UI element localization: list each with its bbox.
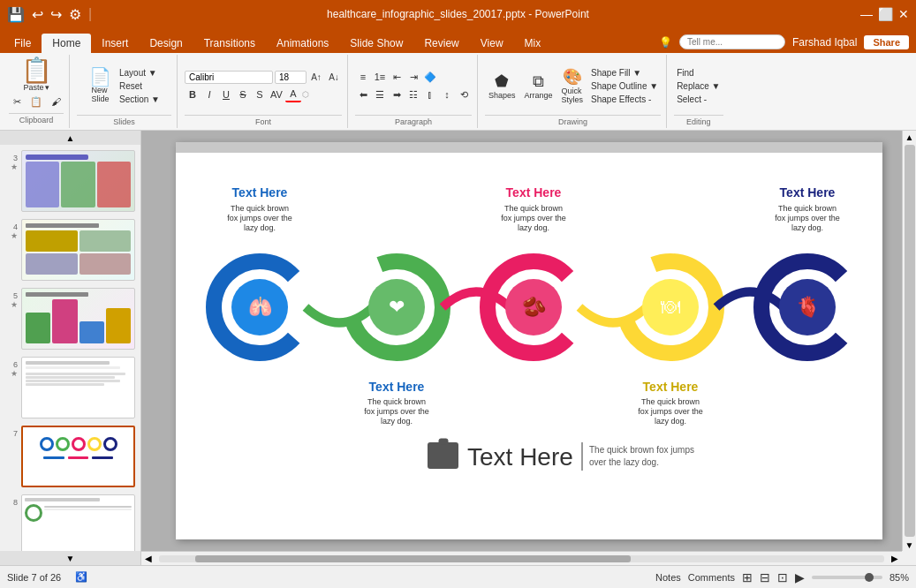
line-spacing-btn[interactable]: ↕ [439, 87, 455, 102]
scroll-up-button[interactable]: ▲ [0, 131, 140, 145]
strikethrough-button[interactable]: S [235, 87, 251, 102]
horizontal-scrollbar[interactable]: ◀ ▶ [141, 551, 902, 565]
reading-view-icon[interactable]: ⊡ [777, 570, 788, 584]
layout-button[interactable]: Layout ▼ [117, 67, 163, 79]
spacing-button[interactable]: AV [269, 87, 284, 102]
tab-review[interactable]: Review [413, 34, 469, 53]
tab-mix[interactable]: Mix [514, 34, 552, 53]
slide-canvas-area[interactable]: ▲ ▼ Text Here The quick brown [141, 131, 916, 551]
font-color-button[interactable]: A [285, 87, 301, 102]
decrease-font-btn[interactable]: A↓ [326, 69, 342, 85]
copy-button[interactable]: 📋 [28, 94, 44, 109]
scroll-up-arrow[interactable]: ▲ [904, 131, 916, 143]
thumb-4[interactable] [21, 219, 135, 281]
columns-btn[interactable]: ⫿ [422, 87, 438, 102]
tab-view[interactable]: View [470, 34, 514, 53]
increase-indent-btn[interactable]: ⇥ [405, 69, 421, 85]
vertical-scrollbar[interactable]: ▲ ▼ [902, 131, 916, 551]
paste-button[interactable]: 📋 [21, 58, 52, 83]
normal-view-icon[interactable]: ⊞ [742, 570, 753, 584]
shape-fill-button[interactable]: Shape Fill ▼ [588, 67, 661, 79]
comments-button[interactable]: Comments [688, 572, 735, 583]
justify-btn[interactable]: ☷ [405, 87, 421, 102]
quick-styles-button[interactable]: 🎨 QuickStyles [558, 65, 587, 106]
redo-icon[interactable]: ↪ [50, 6, 62, 23]
text-direction-btn[interactable]: ⟲ [456, 87, 472, 102]
slide-thumb-3[interactable]: 3 ★ [4, 148, 137, 214]
tab-design[interactable]: Design [139, 34, 193, 53]
zoom-thumb[interactable] [865, 573, 874, 582]
shadow-button[interactable]: S [252, 87, 268, 102]
paste-arrow: ▾ [45, 83, 49, 92]
tab-transitions[interactable]: Transitions [193, 34, 266, 53]
tab-home[interactable]: Home [42, 34, 91, 53]
slide-thumb-5[interactable]: 5 ★ [4, 286, 137, 351]
restore-btn[interactable]: ⬜ [878, 7, 893, 21]
scroll-right-arrow[interactable]: ▶ [888, 553, 902, 565]
save-icon[interactable]: 💾 [7, 6, 25, 23]
presenter-view-icon[interactable]: ▶ [795, 570, 805, 584]
scroll-left-arrow[interactable]: ◀ [141, 553, 155, 565]
slides-label: Slides [77, 115, 171, 126]
thumb-7-active[interactable] [21, 426, 135, 487]
window-title: healthcare_infographic_slides_20017.pptx… [327, 8, 589, 20]
undo-icon[interactable]: ↩ [32, 6, 43, 23]
font-expand-icon[interactable]: ⬡ [302, 90, 309, 99]
section-button[interactable]: Section ▼ [117, 94, 163, 105]
notes-button[interactable]: Notes [655, 572, 681, 583]
decrease-indent-btn[interactable]: ⇤ [389, 69, 405, 85]
font-name-input[interactable] [185, 71, 273, 84]
slide-thumb-6[interactable]: 6 ★ [4, 355, 137, 420]
shape-effects-button[interactable]: Shape Effects - [588, 94, 661, 105]
shape-outline-button[interactable]: Shape Outline ▼ [588, 80, 661, 92]
tab-file[interactable]: File [4, 34, 42, 53]
customize-icon[interactable]: ⚙ [69, 6, 81, 23]
slide-thumb-4[interactable]: 4 ★ [4, 217, 137, 283]
tell-me-input[interactable] [679, 34, 785, 49]
new-slide-button[interactable]: 📄 NewSlide [86, 66, 115, 105]
slide-thumb-7[interactable]: 7 ★ [4, 424, 137, 489]
align-center-btn[interactable]: ☰ [372, 87, 388, 102]
tab-insert[interactable]: Insert [91, 34, 139, 53]
slide-thumb-8[interactable]: 8 ★ [4, 493, 137, 551]
slide-body: Text Here The quick brown fox jumps over… [176, 153, 882, 479]
bullets-button[interactable]: ≡ [355, 69, 371, 85]
tab-animations[interactable]: Animations [266, 34, 339, 53]
zoom-slider[interactable] [812, 576, 882, 579]
bold-button[interactable]: B [185, 87, 201, 102]
shapes-button[interactable]: ⬟ Shapes [485, 70, 519, 102]
italic-button[interactable]: I [201, 87, 217, 102]
thumb-8[interactable] [21, 494, 135, 551]
outline-view-icon[interactable]: ⊟ [760, 570, 770, 584]
align-left-btn[interactable]: ⬅ [355, 87, 371, 102]
cut-button[interactable]: ✂ [9, 94, 25, 109]
thumb-6[interactable] [21, 357, 135, 418]
lightbulb-icon: 💡 [659, 36, 672, 49]
scroll-thumb[interactable] [905, 145, 915, 537]
close-btn[interactable]: ✕ [898, 7, 909, 21]
separator: | [88, 6, 92, 22]
scroll-down-arrow[interactable]: ▼ [904, 539, 916, 551]
h-scrollbar-thumb[interactable] [195, 555, 631, 562]
tab-slide-show[interactable]: Slide Show [339, 34, 413, 53]
thumb-5[interactable] [21, 288, 135, 350]
increase-font-btn[interactable]: A↑ [308, 69, 324, 85]
replace-button[interactable]: Replace ▼ [674, 80, 723, 92]
arrange-button[interactable]: ⧉ Arrange [521, 71, 556, 102]
find-button[interactable]: Find [674, 67, 723, 79]
format-painter-button[interactable]: 🖌 [48, 94, 64, 109]
font-size-input[interactable] [275, 71, 307, 84]
paste-dropdown[interactable]: Paste ▾ [23, 83, 49, 92]
smartart-button[interactable]: 🔷 [422, 69, 438, 85]
align-right-btn[interactable]: ➡ [389, 87, 405, 102]
svg-text:lazy dog.: lazy dog. [380, 417, 412, 426]
reset-button[interactable]: Reset [117, 80, 163, 92]
numbering-button[interactable]: 1≡ [372, 69, 388, 85]
underline-button[interactable]: U [218, 87, 234, 102]
thumb-3[interactable] [21, 150, 135, 212]
minimize-btn[interactable]: — [860, 7, 873, 21]
svg-text:❤: ❤ [389, 296, 405, 318]
select-button[interactable]: Select - [674, 94, 723, 105]
scroll-down-button[interactable]: ▼ [0, 551, 140, 565]
share-button[interactable]: Share [864, 35, 909, 49]
